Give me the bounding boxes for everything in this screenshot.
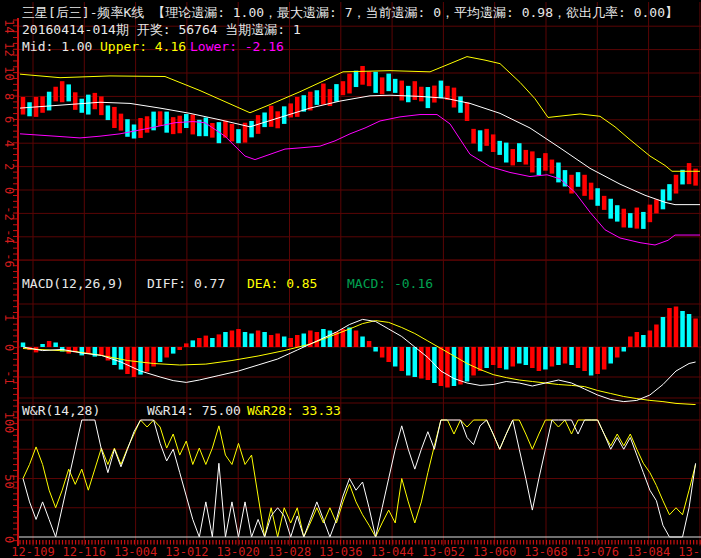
x-axis-tick: 13-092 [674,546,701,558]
main-y-tick: 0 [2,177,15,203]
x-axis-tick: 12-116 [58,546,110,558]
wr28-value: W&R28: 33.33 [247,403,341,418]
boll-upper-value: Upper: 4.16 [100,39,186,54]
main-y-tick: 8 [2,83,15,109]
main-y-tick: 6 [2,107,15,133]
macd-macd-value: MACD: -0.16 [347,276,433,291]
main-y-tick: -6 [2,247,15,273]
macd-dea-value: DEA: 0.85 [247,276,317,291]
period-info: 20160414-014期 开奖: 56764 当期遗漏: 1 [22,22,301,37]
x-axis-tick: 12-109 [7,546,59,558]
macd-y-tick: 1 [2,304,15,330]
x-axis-tick: 13-084 [623,546,675,558]
kline-panel[interactable] [20,57,700,245]
main-y-tick: -2 [2,200,15,226]
macd-diff-value: DIFF: 0.77 [147,276,225,291]
wr-y-tick: 100 [2,410,15,436]
x-axis-tick: 13-012 [161,546,213,558]
macd-indicator-name: MACD(12,26,9) [22,276,124,291]
kline-app-window: 三星[后三]-频率K线 【理论遗漏: 1.00，最大遗漏: 7，当前遗漏: 0，… [0,0,701,558]
wr-y-tick: 50 [2,468,15,494]
macd-y-tick: 0 [2,334,15,360]
x-axis-tick: 13-004 [110,546,162,558]
x-axis-tick: 13-028 [264,546,316,558]
x-axis-tick: 13-076 [571,546,623,558]
x-axis-tick: 13-044 [366,546,418,558]
x-axis-tick: 13-036 [315,546,367,558]
main-y-tick: 10 [2,60,15,86]
main-y-tick: 12 [2,37,15,63]
wr-indicator-name: W&R(14,28) [22,403,100,418]
boll-lower-value: Lower: -2.16 [190,39,284,54]
boll-mid-value: Mid: 1.00 [22,39,92,54]
main-y-tick: 2 [2,154,15,180]
x-axis-tick: 13-068 [520,546,572,558]
macd-panel[interactable] [21,307,698,405]
x-axis-tick: 13-060 [469,546,521,558]
x-axis-tick: 13-020 [212,546,264,558]
wr14-value: W&R14: 75.00 [147,403,241,418]
macd-y-tick: -1 [2,364,15,390]
window-title: 三星[后三]-频率K线 【理论遗漏: 1.00，最大遗漏: 7，当前遗漏: 0，… [22,5,678,20]
main-y-tick: 14 [2,13,15,39]
x-axis-tick: 13-052 [417,546,469,558]
main-y-tick: 4 [2,130,15,156]
main-y-tick: -4 [2,224,15,250]
